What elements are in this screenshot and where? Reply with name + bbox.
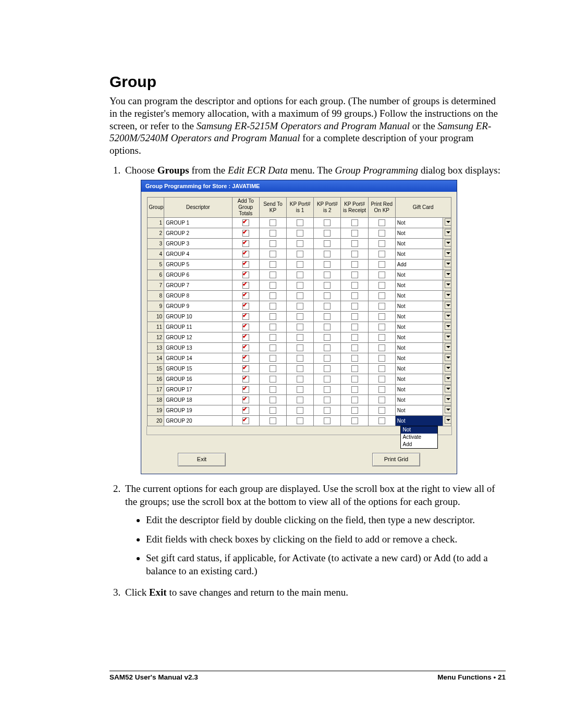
add-to-totals-checkbox[interactable]	[232, 280, 259, 291]
print-red-checkbox[interactable]	[368, 322, 395, 332]
descriptor-cell[interactable]: GROUP 7	[164, 280, 232, 291]
send-to-kp-checkbox[interactable]	[259, 312, 286, 322]
descriptor-cell[interactable]: GROUP 2	[164, 228, 232, 239]
add-to-totals-checkbox[interactable]	[232, 405, 259, 416]
kp1-checkbox[interactable]	[287, 260, 314, 270]
gift-card-dropdown-button[interactable]	[443, 374, 451, 385]
print-red-checkbox[interactable]	[368, 353, 395, 364]
add-to-totals-checkbox[interactable]	[232, 322, 259, 332]
kp2-checkbox[interactable]	[314, 416, 341, 426]
print-red-checkbox[interactable]	[368, 249, 395, 260]
send-to-kp-checkbox[interactable]	[259, 395, 286, 405]
print-red-checkbox[interactable]	[368, 270, 395, 280]
descriptor-cell[interactable]: GROUP 10	[164, 312, 232, 322]
dropdown-option[interactable]: Activate	[401, 434, 437, 441]
kp-receipt-checkbox[interactable]	[341, 353, 368, 364]
kp1-checkbox[interactable]	[287, 374, 314, 385]
print-red-checkbox[interactable]	[368, 343, 395, 353]
dropdown-option[interactable]: Add	[401, 441, 437, 448]
print-red-checkbox[interactable]	[368, 374, 395, 385]
print-red-checkbox[interactable]	[368, 291, 395, 301]
send-to-kp-checkbox[interactable]	[259, 239, 286, 249]
descriptor-cell[interactable]: GROUP 13	[164, 343, 232, 353]
kp1-checkbox[interactable]	[287, 280, 314, 291]
kp2-checkbox[interactable]	[314, 260, 341, 270]
gift-card-cell[interactable]: Not	[395, 416, 443, 426]
kp1-checkbox[interactable]	[287, 343, 314, 353]
gift-card-cell[interactable]: Not	[395, 312, 443, 322]
kp-receipt-checkbox[interactable]	[341, 364, 368, 374]
dialog-titlebar[interactable]: Group Programming for Store : JAVATIME	[141, 180, 457, 192]
send-to-kp-checkbox[interactable]	[259, 353, 286, 364]
kp-receipt-checkbox[interactable]	[341, 249, 368, 260]
gift-card-cell[interactable]: Not	[395, 405, 443, 416]
kp1-checkbox[interactable]	[287, 249, 314, 260]
descriptor-cell[interactable]: GROUP 9	[164, 301, 232, 312]
gift-card-cell[interactable]: Not	[395, 322, 443, 332]
kp1-checkbox[interactable]	[287, 364, 314, 374]
exit-button[interactable]: Exit	[178, 453, 226, 466]
add-to-totals-checkbox[interactable]	[232, 416, 259, 426]
kp1-checkbox[interactable]	[287, 353, 314, 364]
kp-receipt-checkbox[interactable]	[341, 218, 368, 228]
kp-receipt-checkbox[interactable]	[341, 260, 368, 270]
descriptor-cell[interactable]: GROUP 6	[164, 270, 232, 280]
descriptor-cell[interactable]: GROUP 20	[164, 416, 232, 426]
kp1-checkbox[interactable]	[287, 322, 314, 332]
print-grid-button[interactable]: Print Grid	[372, 453, 420, 466]
descriptor-cell[interactable]: GROUP 15	[164, 364, 232, 374]
send-to-kp-checkbox[interactable]	[259, 385, 286, 395]
dropdown-option[interactable]: Not	[401, 426, 437, 434]
gift-card-dropdown-button[interactable]	[443, 301, 451, 312]
add-to-totals-checkbox[interactable]	[232, 353, 259, 364]
descriptor-cell[interactable]: GROUP 11	[164, 322, 232, 332]
kp2-checkbox[interactable]	[314, 218, 341, 228]
print-red-checkbox[interactable]	[368, 332, 395, 343]
gift-card-dropdown-button[interactable]	[443, 218, 451, 228]
gift-card-cell[interactable]: Not	[395, 374, 443, 385]
gift-card-dropdown-list[interactable]: NotActivateAdd	[400, 426, 438, 449]
add-to-totals-checkbox[interactable]	[232, 385, 259, 395]
kp1-checkbox[interactable]	[287, 405, 314, 416]
descriptor-cell[interactable]: GROUP 8	[164, 291, 232, 301]
kp-receipt-checkbox[interactable]	[341, 280, 368, 291]
kp2-checkbox[interactable]	[314, 291, 341, 301]
descriptor-cell[interactable]: GROUP 4	[164, 249, 232, 260]
descriptor-cell[interactable]: GROUP 16	[164, 374, 232, 385]
add-to-totals-checkbox[interactable]	[232, 301, 259, 312]
gift-card-dropdown-button[interactable]	[443, 395, 451, 405]
gift-card-cell[interactable]: Not	[395, 332, 443, 343]
send-to-kp-checkbox[interactable]	[259, 405, 286, 416]
gift-card-dropdown-button[interactable]	[443, 239, 451, 249]
descriptor-cell[interactable]: GROUP 17	[164, 385, 232, 395]
kp-receipt-checkbox[interactable]	[341, 312, 368, 322]
print-red-checkbox[interactable]	[368, 218, 395, 228]
gift-card-cell[interactable]: Not	[395, 395, 443, 405]
kp1-checkbox[interactable]	[287, 385, 314, 395]
kp-receipt-checkbox[interactable]	[341, 385, 368, 395]
kp2-checkbox[interactable]	[314, 395, 341, 405]
add-to-totals-checkbox[interactable]	[232, 239, 259, 249]
send-to-kp-checkbox[interactable]	[259, 322, 286, 332]
kp2-checkbox[interactable]	[314, 312, 341, 322]
descriptor-cell[interactable]: GROUP 3	[164, 239, 232, 249]
gift-card-cell[interactable]: Not	[395, 270, 443, 280]
send-to-kp-checkbox[interactable]	[259, 374, 286, 385]
send-to-kp-checkbox[interactable]	[259, 301, 286, 312]
gift-card-dropdown-button[interactable]	[443, 405, 451, 416]
add-to-totals-checkbox[interactable]	[232, 364, 259, 374]
send-to-kp-checkbox[interactable]	[259, 416, 286, 426]
gift-card-cell[interactable]: Add	[395, 260, 443, 270]
add-to-totals-checkbox[interactable]	[232, 291, 259, 301]
add-to-totals-checkbox[interactable]	[232, 374, 259, 385]
print-red-checkbox[interactable]	[368, 301, 395, 312]
gift-card-dropdown-button[interactable]	[443, 364, 451, 374]
gift-card-dropdown-button[interactable]	[443, 353, 451, 364]
gift-card-dropdown-button[interactable]	[443, 249, 451, 260]
print-red-checkbox[interactable]	[368, 385, 395, 395]
kp1-checkbox[interactable]	[287, 332, 314, 343]
gift-card-cell[interactable]: Not	[395, 228, 443, 239]
kp2-checkbox[interactable]	[314, 239, 341, 249]
print-red-checkbox[interactable]	[368, 280, 395, 291]
add-to-totals-checkbox[interactable]	[232, 343, 259, 353]
